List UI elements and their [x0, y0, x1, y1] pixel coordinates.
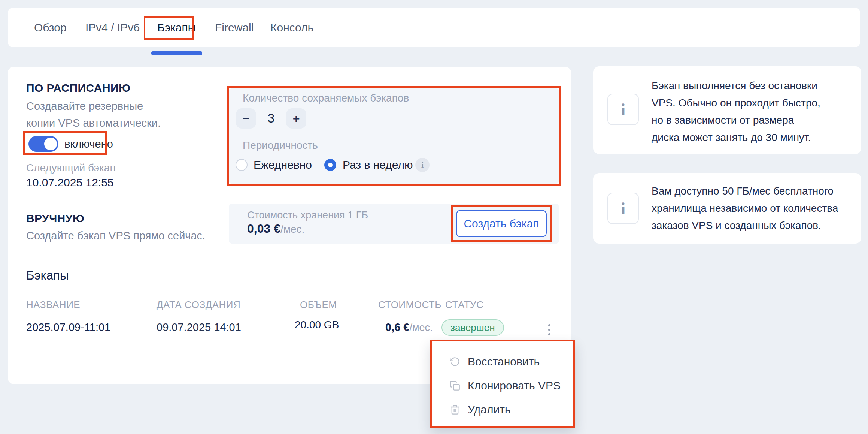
info-line: Вам доступно 50 ГБ/мес бесплатного: [652, 183, 838, 200]
info-line: заказов VPS и созданных бэкапов.: [652, 217, 838, 234]
tab-ipv4-ipv6[interactable]: IPv4 / IPv6: [85, 8, 140, 47]
radio-weekly-label[interactable]: Раз в неделю: [343, 159, 413, 171]
schedule-section-title: ПО РАСПИСАНИЮ: [26, 82, 130, 94]
tab-bar: Обзор IPv4 / IPv6 Бэкапы Firewall Консол…: [8, 8, 860, 47]
info-card-backup-duration: i Бэкап выполняется без остановки VPS. О…: [593, 66, 861, 154]
toggle-knob-icon: [44, 138, 57, 150]
tab-overview[interactable]: Обзор: [34, 8, 67, 47]
vps-backups-page: Обзор IPv4 / IPv6 Бэкапы Firewall Консол…: [0, 0, 868, 434]
schedule-description-line1: Создавайте резервные: [26, 100, 143, 112]
cell-price-value: 0,6 €: [385, 321, 410, 333]
tab-console[interactable]: Консоль: [270, 8, 313, 47]
storage-price-value: 0,03 €: [247, 222, 280, 235]
row-actions-menu: Восстановить Клонировать VPS Удалить: [430, 340, 575, 428]
count-decrease-button[interactable]: −: [236, 108, 256, 129]
info-line: но в зависимости от размера: [652, 112, 820, 129]
cell-size: 20.00 GB: [295, 319, 339, 331]
menu-item-delete[interactable]: Удалить: [432, 398, 573, 422]
info-icon: i: [607, 94, 639, 125]
cell-price: 0,6 €/мес.: [385, 321, 433, 334]
storage-price-row: 0,03 €/мес.: [247, 222, 304, 236]
info-line: Бэкап выполняется без остановки: [652, 77, 820, 94]
schedule-description-line2: копии VPS автоматически.: [26, 117, 161, 129]
column-header-size: ОБЪЕМ: [300, 299, 337, 311]
menu-item-clone[interactable]: Клонировать VPS: [432, 374, 573, 398]
column-header-price: СТОИМОСТЬ: [378, 299, 441, 311]
weekly-info-icon[interactable]: i: [415, 158, 430, 172]
active-tab-underline: [151, 51, 202, 55]
menu-item-clone-label: Клонировать VPS: [468, 379, 561, 392]
restore-icon: [450, 356, 460, 367]
count-increase-button[interactable]: +: [286, 108, 306, 129]
next-backup-label: Следующий бэкап: [26, 162, 116, 174]
backups-list-title: Бэкапы: [26, 268, 69, 283]
create-backup-button[interactable]: Создать бэкап: [456, 210, 547, 237]
menu-item-delete-label: Удалить: [468, 403, 511, 416]
manual-description: Создайте бэкап VPS прямо сейчас.: [26, 230, 205, 242]
backup-count-label: Количество сохраняемых бэкапов: [243, 92, 409, 104]
backup-count-value: 3: [258, 108, 284, 129]
menu-item-restore[interactable]: Восстановить: [432, 350, 573, 374]
row-actions-kebab-icon[interactable]: [544, 322, 554, 338]
tab-firewall[interactable]: Firewall: [215, 8, 254, 47]
cell-backup-name: 2025.07.09-11:01: [26, 321, 110, 334]
radio-daily-label[interactable]: Ежедневно: [254, 159, 312, 171]
status-badge: завершен: [441, 319, 504, 336]
tab-backups[interactable]: Бэкапы: [157, 8, 196, 47]
next-backup-value: 10.07.2025 12:55: [26, 176, 114, 189]
periodicity-label: Периодичность: [243, 139, 318, 151]
info-card-text: Вам доступно 50 ГБ/мес бесплатного храни…: [652, 183, 838, 234]
manual-section-title: ВРУЧНУЮ: [26, 212, 84, 225]
cell-created-date: 09.07.2025 14:01: [157, 321, 241, 334]
column-header-created: ДАТА СОЗДАНИЯ: [157, 299, 240, 311]
info-line: VPS. Обычно он проходит быстро,: [652, 94, 820, 112]
info-line: хранилища независимо от количества: [652, 200, 838, 217]
column-header-status: СТАТУС: [445, 299, 483, 311]
cell-price-suffix: /мес.: [410, 322, 433, 333]
storage-price-suffix: /мес.: [280, 223, 304, 235]
info-card-free-storage: i Вам доступно 50 ГБ/мес бесплатного хра…: [593, 173, 861, 244]
clone-vps-icon: [450, 380, 460, 391]
schedule-toggle[interactable]: [28, 136, 58, 152]
info-line: диска может занять до 30 минут.: [652, 129, 820, 146]
menu-item-restore-label: Восстановить: [468, 355, 540, 368]
radio-daily[interactable]: [236, 159, 248, 171]
info-card-text: Бэкап выполняется без остановки VPS. Обы…: [652, 77, 820, 146]
storage-price-label: Стоимость хранения 1 ГБ: [247, 210, 368, 221]
toggle-state-label: включено: [64, 136, 113, 152]
radio-weekly[interactable]: [324, 159, 336, 171]
trash-icon: [450, 404, 460, 415]
info-icon: i: [607, 193, 639, 224]
column-header-name: НАЗВАНИЕ: [26, 299, 80, 311]
